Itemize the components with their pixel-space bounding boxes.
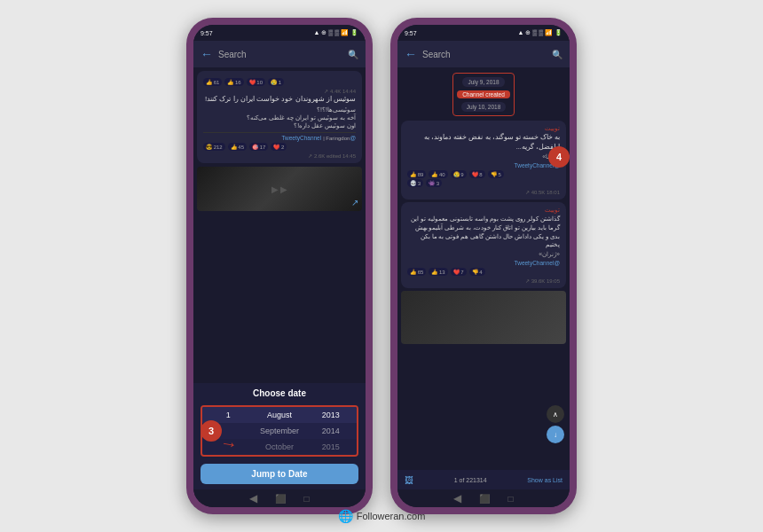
message-subtext-1: سوئیسی‌ها!؟!؟آخه به سوئیس تو ایران چه غل… <box>203 106 356 129</box>
r-7: ❤️ 7 <box>451 268 467 276</box>
back-arrow-1[interactable]: ← <box>201 47 213 61</box>
date-year-1: 2013 <box>311 411 351 419</box>
reaction-1: 👍 61 <box>203 78 222 86</box>
r-13: 👍 13 <box>429 268 447 276</box>
message-card-3: توییت گذاشتن کولر روی پشت بوم واسه تابست… <box>401 202 566 288</box>
status-bar-2: 9:57 ▲ ⊕ ▒ ▒ 📶 🔋 <box>397 25 570 41</box>
message-card-2: توییت به خاک خسته تو سوگند، به نفض خفته … <box>401 121 566 200</box>
image-1: ▶ ▶ <box>197 167 362 211</box>
reaction-7: 🎯 17 <box>249 143 268 151</box>
scroll-buttons: ∧ ↓ <box>547 405 564 443</box>
phone-2: 9:57 ▲ ⊕ ▒ ▒ 📶 🔋 ← Search 🔍 July 9, 2018… <box>390 18 577 514</box>
status-icons-1: ▲ ⊕ ▒ ▒ 📶 🔋 <box>313 29 358 36</box>
status-icons-2: ▲ ⊕ ▒ ▒ 📶 🔋 <box>517 29 562 36</box>
date-year-2: 2014 <box>311 426 351 435</box>
phone-2-screen: 9:57 ▲ ⊕ ▒ ▒ 📶 🔋 ← Search 🔍 July 9, 2018… <box>397 25 570 507</box>
show-as-list[interactable]: Show as List <box>527 477 562 483</box>
date-july10: July 10, 2018 <box>461 102 507 112</box>
globe-icon: 🌐 <box>338 509 353 523</box>
nav-home-1[interactable]: ⬛ <box>275 494 286 504</box>
search-icon-1[interactable]: 🔍 <box>348 50 358 59</box>
message-count: 1 of 221314 <box>454 477 487 483</box>
search-input-2[interactable]: Search <box>422 50 547 59</box>
scroll-up-btn[interactable]: ∧ <box>547 405 564 423</box>
reaction-2: 👍 16 <box>224 78 243 86</box>
chat-area-2: July 9, 2018 Channel created July 10, 20… <box>397 67 570 470</box>
date-row-selected[interactable]: 1 August 2013 <box>202 407 357 423</box>
message-subtext-2: «یفما» <box>407 153 560 160</box>
r-65: 👍 65 <box>407 268 426 276</box>
reaction-4: 😢 1 <box>268 78 284 86</box>
watermark-text: Followeran.com <box>357 511 426 521</box>
nav-back-1[interactable]: ◀ <box>249 492 257 505</box>
nav-bar-1: ◀ ⬛ □ <box>193 489 366 507</box>
reaction-3: ❤️ 10 <box>247 78 265 86</box>
reaction-6: 👍 45 <box>228 143 247 151</box>
r-5: 👎 5 <box>488 170 504 178</box>
image-2 <box>401 291 566 344</box>
search-bar-1: ← Search 🔍 <box>193 41 366 67</box>
r-40: 👍 40 <box>429 170 447 178</box>
tweet-tag-1: توییت <box>407 125 560 132</box>
date-header-outline: July 9, 2018 Channel created July 10, 20… <box>452 73 515 116</box>
date-july9: July 9, 2018 <box>462 77 504 87</box>
view-count-1: 4.4K 14:44 ↗ <box>203 88 356 94</box>
date-day-1: 1 <box>208 411 248 419</box>
view-count-4: 39.6K 19:05 ↗ <box>407 278 560 284</box>
tweet-tag-2: توییت <box>407 207 560 214</box>
r-89: 👍 89 <box>407 170 426 178</box>
r-skull3: 💀 3 <box>407 179 423 187</box>
step-3-circle: 3 <box>201 420 222 442</box>
reaction-5: 😎 212 <box>203 143 225 151</box>
badge-4: 4 <box>548 146 570 168</box>
search-icon-2[interactable]: 🔍 <box>552 50 562 59</box>
message-text-1: سوئیس از شهروندان خود خواست ایران را ترک… <box>203 94 356 104</box>
nav-recents-1[interactable]: □ <box>303 494 309 504</box>
time-2: 9:57 <box>405 30 417 36</box>
view-count-2: 2.6K edited 14:45 ↗ <box>203 153 356 159</box>
r-9: 😢 9 <box>451 170 467 178</box>
r-8: ❤️ 8 <box>469 170 485 178</box>
scroll-down-btn[interactable]: ↓ <box>547 426 564 443</box>
time-1: 9:57 <box>201 30 213 36</box>
message-card-1: 👍 61 👍 16 ❤️ 10 😢 1 4.4K 14:44 ↗ سوئیس ا… <box>197 71 362 163</box>
r-ghost3: 👾 3 <box>426 179 442 187</box>
share-icon-1[interactable]: ↗ <box>351 193 358 209</box>
watermark: 🌐 Followeran.com <box>338 509 426 523</box>
nav-bar-2: ◀ ⬛ □ <box>397 489 570 507</box>
view-count-3: 40.5K 18:01 ↗ <box>407 189 560 195</box>
date-month-3: October <box>248 442 310 451</box>
message-text-2: به خاک خسته تو سوگند، به نفض خفته دماوند… <box>407 133 560 152</box>
reaction-8: ❤️ 2 <box>271 143 287 151</box>
date-month-1: August <box>248 411 310 419</box>
choose-date-title: Choose date <box>201 388 358 398</box>
channel-name-3: @TweetyChannel <box>515 260 560 266</box>
chat-area-1: 👍 61 👍 16 ❤️ 10 😢 1 4.4K 14:44 ↗ سوئیس ا… <box>193 67 366 383</box>
nav-back-2[interactable]: ◀ <box>453 492 461 505</box>
search-input-1[interactable]: Search <box>218 50 342 59</box>
message-subtext-3: «ژنران» <box>407 251 560 258</box>
search-bar-2: ← Search 🔍 <box>397 41 570 67</box>
message-text-3: گذاشتن کولر روی پشت بوم واسه تابستونی مع… <box>407 215 560 249</box>
back-arrow-2[interactable]: ← <box>405 47 417 61</box>
step-4-circle: 4 <box>548 146 570 168</box>
date-month-2: September <box>248 426 310 435</box>
nav-home-2[interactable]: ⬛ <box>479 494 490 504</box>
status-bar-1: 9:57 ▲ ⊕ ▒ ▒ 📶 🔋 <box>193 25 366 41</box>
r-4: 👎 4 <box>469 268 485 276</box>
arrow-3: → <box>218 432 240 455</box>
badge-3: 3 <box>201 420 222 442</box>
channel-created: Channel created <box>457 90 510 98</box>
nav-recents-2[interactable]: □ <box>507 494 513 504</box>
jump-to-date-button[interactable]: Jump to Date <box>201 464 358 484</box>
bottom-bar-2: 🖼 1 of 221314 Show as List <box>397 470 570 489</box>
date-year-3: 2015 <box>311 442 351 451</box>
gallery-icon[interactable]: 🖼 <box>405 475 413 485</box>
